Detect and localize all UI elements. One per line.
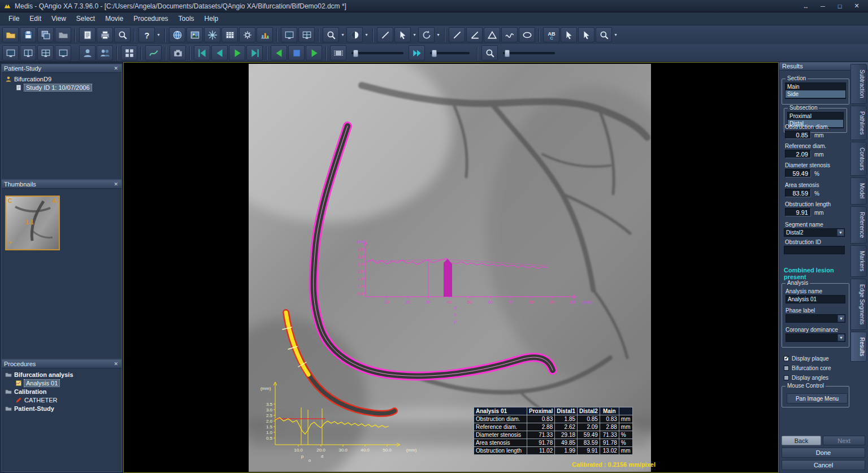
checkbox-checked-icon[interactable]	[784, 356, 789, 361]
bifurcation-core-checkbox[interactable]: Bifurcation core	[784, 364, 831, 371]
tree-item-study[interactable]: Study ID 1: 10/07/2006	[2, 83, 121, 92]
pan-image-menu-button[interactable]: Pan Image Menu	[787, 393, 848, 403]
rotate-dropdown-icon[interactable]: ▾	[436, 32, 441, 37]
layout-1x1-button[interactable]	[2, 45, 19, 60]
menu-tools[interactable]: Tools	[173, 13, 199, 24]
close-study-button[interactable]	[37, 27, 54, 42]
open-study-button[interactable]	[2, 27, 19, 42]
zoom-tool-button[interactable]	[323, 27, 339, 42]
segment-name-dropdown[interactable]: Distal2 ▼	[784, 228, 845, 237]
tab-contours[interactable]: Contours	[850, 142, 867, 176]
layout-2x2-button[interactable]	[37, 45, 54, 60]
close-button[interactable]: ✕	[849, 1, 865, 11]
play-button[interactable]	[229, 45, 245, 60]
open-angle-measure-button[interactable]	[484, 27, 500, 42]
tab-edge-segments[interactable]: Edge Segments	[850, 279, 867, 330]
menu-procedures[interactable]: Procedures	[128, 13, 173, 24]
analysis-name-field[interactable]: Analysis 01	[785, 295, 845, 303]
checkbox-icon[interactable]	[784, 375, 789, 380]
angle-measure-button[interactable]	[466, 27, 483, 42]
ellipse-measure-button[interactable]	[519, 27, 535, 42]
layout-split-button[interactable]	[298, 27, 315, 42]
thumbnail-1-1[interactable]: C A 1-1 *	[5, 196, 60, 250]
tab-markers[interactable]: Markers	[850, 245, 867, 277]
speed-slider-thumb[interactable]	[432, 50, 437, 57]
tab-subtraction[interactable]: Subtraction	[850, 64, 867, 104]
speed-slider[interactable]	[430, 52, 470, 54]
chevron-down-icon[interactable]: ▼	[837, 229, 844, 236]
window-level-dropdown-icon[interactable]: ▾	[364, 32, 369, 37]
section-option-side[interactable]: Side	[785, 90, 845, 98]
display-plaque-checkbox[interactable]: Display plaque	[784, 355, 829, 362]
obstruction-id-field[interactable]	[784, 246, 845, 254]
tree-item-bifurcation-analysis[interactable]: Bifurcation analysis	[2, 370, 121, 379]
qa-analysis-button[interactable]	[169, 27, 185, 42]
tab-model[interactable]: Model	[850, 177, 867, 204]
help-button[interactable]	[138, 27, 155, 42]
play-forward-button[interactable]	[306, 45, 322, 60]
annotation-dropdown-icon[interactable]: ▾	[613, 32, 618, 37]
close-panel-icon[interactable]: ✕	[112, 181, 119, 187]
processing-settings-button[interactable]	[239, 27, 255, 42]
coronary-dominance-dropdown[interactable]: ▼	[785, 333, 845, 342]
zoom-slider-thumb[interactable]	[505, 50, 510, 57]
stop-button[interactable]	[288, 45, 305, 60]
line-tool-button[interactable]	[377, 27, 393, 42]
previous-frame-button[interactable]	[211, 45, 228, 60]
save-study-button[interactable]	[20, 27, 36, 42]
section-option-main[interactable]: Main	[785, 83, 845, 90]
last-frame-button[interactable]	[246, 45, 263, 60]
chevron-down-icon[interactable]: ▼	[837, 334, 845, 341]
patient-list-button[interactable]	[97, 45, 113, 60]
patient-info-button[interactable]	[79, 45, 96, 60]
tree-item-catheter[interactable]: CATHETER	[2, 396, 121, 404]
rotate-flip-button[interactable]	[418, 27, 435, 42]
filmstrip-button[interactable]	[330, 45, 346, 60]
frame-slider-thumb[interactable]	[353, 50, 358, 57]
tile-viewports-button[interactable]	[121, 45, 137, 60]
tree-item-analysis-01[interactable]: Analysis 01	[2, 379, 121, 387]
phase-dropdown[interactable]: ▼	[785, 314, 845, 323]
study-manager-button[interactable]	[55, 27, 71, 42]
menu-select[interactable]: Select	[71, 13, 100, 24]
close-panel-icon[interactable]: ✕	[112, 66, 119, 71]
next-button[interactable]: Next	[823, 436, 865, 445]
layout-1x2-button[interactable]	[20, 45, 36, 60]
menu-file[interactable]: File	[3, 13, 24, 24]
play-backward-button[interactable]	[271, 45, 287, 60]
tree-item-patient[interactable]: BifurcationD9	[2, 75, 121, 83]
magnifier-button[interactable]	[481, 45, 498, 60]
tab-pathlines[interactable]: Pathlines	[850, 106, 867, 140]
image-viewport[interactable]: (mm) 3.5 3.0 2.5 2.0 1.5 1.0 0.5 10 20 3…	[123, 62, 779, 473]
print-preview-button[interactable]	[114, 27, 131, 42]
zoom-slider[interactable]	[503, 52, 555, 54]
menu-help[interactable]: Help	[199, 13, 224, 24]
image-subtract-button[interactable]	[204, 27, 220, 42]
batch-chart-button[interactable]	[257, 27, 273, 42]
window-level-button[interactable]	[346, 27, 363, 42]
region-tool-button[interactable]	[394, 27, 411, 42]
subsection-option-proximal[interactable]: Proximal	[788, 112, 843, 120]
layout-single-button[interactable]	[281, 27, 297, 42]
menu-view[interactable]: View	[46, 13, 71, 24]
tree-item-patient-study[interactable]: Patient-Study	[2, 404, 121, 413]
cancel-button[interactable]: Cancel	[782, 460, 865, 470]
chevron-down-icon[interactable]: ▼	[837, 315, 845, 322]
checkbox-icon[interactable]	[784, 366, 789, 371]
back-button[interactable]: Back	[782, 436, 821, 445]
snapshot-button[interactable]	[170, 45, 186, 60]
menu-movie[interactable]: Movie	[100, 13, 128, 24]
minimize-button[interactable]: ─	[815, 1, 831, 11]
dock-window-icon[interactable]: ↔	[798, 1, 814, 11]
help-dropdown-icon[interactable]: ▾	[156, 32, 161, 37]
first-frame-button[interactable]	[194, 45, 210, 60]
image-adjust-button[interactable]	[186, 27, 203, 42]
zoom-annotation-button[interactable]	[596, 27, 612, 42]
data-table-button[interactable]	[222, 27, 238, 42]
done-button[interactable]: Done	[782, 448, 865, 458]
tree-item-calibration[interactable]: Calibration	[2, 387, 121, 396]
region-dropdown-icon[interactable]: ▾	[412, 32, 417, 37]
layout-custom-button[interactable]	[55, 45, 71, 60]
curve-measure-button[interactable]	[501, 27, 518, 42]
arrow-annotation-button[interactable]	[578, 27, 594, 42]
